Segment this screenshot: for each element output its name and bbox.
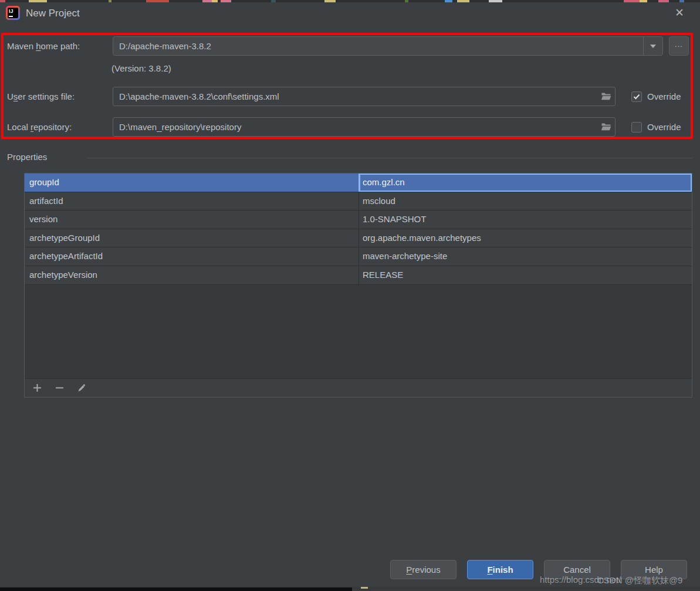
property-value-cell[interactable]: maven-archetype-site xyxy=(359,247,692,266)
property-row[interactable]: archetypeGroupId org.apache.maven.archet… xyxy=(25,229,692,248)
add-icon[interactable] xyxy=(32,383,42,393)
local-repository-input[interactable]: D:\maven_repository\repository xyxy=(113,117,616,137)
property-row[interactable]: archetypeArtifactId maven-archetype-site xyxy=(25,247,692,266)
property-name-cell[interactable]: archetypeGroupId xyxy=(25,229,359,247)
repository-override-label: Override xyxy=(647,122,681,132)
property-name-cell[interactable]: version xyxy=(25,210,359,229)
property-row[interactable]: groupId com.gzl.cn xyxy=(25,174,692,192)
settings-override-group: Override xyxy=(631,87,681,106)
properties-table-rows: groupId com.gzl.cn artifactId mscloud ve… xyxy=(25,174,692,378)
property-name-cell[interactable]: groupId xyxy=(25,174,359,192)
repository-override-group: Override xyxy=(631,117,681,137)
maven-home-path-value[interactable]: D:/apache-maven-3.8.2 xyxy=(113,37,643,55)
user-settings-file-value[interactable]: D:\apache-maven-3.8.2\conf\settings.xml xyxy=(113,87,597,106)
property-value-cell[interactable]: com.gzl.cn xyxy=(359,174,692,192)
property-value-cell[interactable]: org.apache.maven.archetypes xyxy=(359,229,692,247)
local-repository-label: Local repository: xyxy=(7,117,72,137)
folder-browse-icon[interactable] xyxy=(597,93,615,100)
maven-version-note: (Version: 3.8.2) xyxy=(111,63,171,73)
properties-panel: groupId com.gzl.cn artifactId mscloud ve… xyxy=(24,173,692,398)
window-title: New Project xyxy=(26,6,80,21)
maven-home-path-label: Maven home path: xyxy=(7,36,80,56)
property-name-cell[interactable]: artifactId xyxy=(25,192,359,210)
property-value-cell[interactable]: mscloud xyxy=(359,192,692,210)
folder-browse-icon[interactable] xyxy=(597,123,615,131)
previous-button[interactable]: Previous xyxy=(390,560,456,579)
dialog-button-bar: Previous Finish Cancel Help xyxy=(390,560,687,579)
help-button[interactable]: Help xyxy=(621,560,687,579)
user-settings-file-label: User settings file: xyxy=(7,87,75,106)
property-name-cell[interactable]: archetypeVersion xyxy=(25,266,359,284)
new-project-dialog: IJ New Project ✕ Maven home path: D:/apa… xyxy=(0,0,700,591)
browse-more-button[interactable]: ... xyxy=(669,36,689,56)
remove-icon[interactable] xyxy=(55,383,64,393)
settings-override-checkbox[interactable] xyxy=(631,91,642,102)
user-settings-file-input[interactable]: D:\apache-maven-3.8.2\conf\settings.xml xyxy=(113,87,616,106)
local-repository-value[interactable]: D:\maven_repository\repository xyxy=(113,118,597,136)
title-bar: IJ New Project ✕ xyxy=(0,2,700,27)
combo-dropdown-button[interactable] xyxy=(643,37,662,55)
property-name-cell[interactable]: archetypeArtifactId xyxy=(25,247,359,266)
close-icon[interactable]: ✕ xyxy=(671,4,688,21)
property-row[interactable]: version 1.0-SNAPSHOT xyxy=(25,210,692,229)
section-divider xyxy=(87,158,693,158)
properties-toolbar xyxy=(25,378,692,397)
maven-home-path-combobox[interactable]: D:/apache-maven-3.8.2 xyxy=(113,36,663,56)
edit-pencil-icon[interactable] xyxy=(77,383,86,393)
chevron-down-icon xyxy=(650,45,656,48)
cancel-button[interactable]: Cancel xyxy=(544,560,610,579)
property-row[interactable]: archetypeVersion RELEASE xyxy=(25,266,692,285)
properties-section-label: Properties xyxy=(7,152,47,162)
finish-button[interactable]: Finish xyxy=(467,560,533,579)
intellij-logo-icon: IJ xyxy=(6,6,20,20)
property-value-cell[interactable]: 1.0-SNAPSHOT xyxy=(359,210,692,229)
property-value-cell[interactable]: RELEASE xyxy=(359,266,692,284)
background-window-sliver-bottom xyxy=(0,587,700,591)
settings-override-label: Override xyxy=(647,91,681,101)
repository-override-checkbox[interactable] xyxy=(631,122,642,133)
property-row[interactable]: artifactId mscloud xyxy=(25,192,692,211)
